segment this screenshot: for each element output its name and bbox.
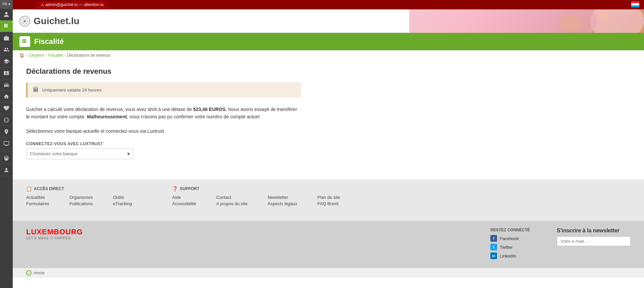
social-section: RESTEZ CONNECTÉ f Facebook t Twitter in … [490,228,530,261]
header-logo: Guichet.lu [19,16,79,26]
breadcrumb-sep-1: › [26,53,27,58]
footer-link-accessibilite[interactable]: Accessibilité [172,201,196,206]
sidebar-item-sport[interactable] [0,114,13,126]
header: Guichet.lu [13,9,644,33]
amount-text: 523,46 EUROS. [193,107,227,112]
footer-support-section: ❓ SUPPORT Aide Accessibilité Contact A p… [172,186,340,208]
sidebar-item-dossiers[interactable] [0,32,13,44]
top-bar: ⚠ admin@guichet.lu — attention.lu [0,0,644,9]
footer-link-actualites[interactable]: Actualités [26,195,49,200]
bank-select-wrapper: Choisissez votre banque BGL BNP Paribas … [26,148,133,159]
site-title: Guichet.lu [34,16,79,26]
alert-text: Uniquement valable 24 heures [42,88,101,93]
footer-support-links: Aide Accessibilité Contact A propos du s… [172,195,340,208]
body-text-1: Guichet a calculé votre déclaration de r… [26,107,193,112]
newsletter-email-input[interactable] [557,236,631,246]
footer-link-aspects-legaux[interactable]: Aspects légaux [268,201,297,206]
footer-col-6: Newsletter Aspects légaux [268,195,297,208]
top-bar-alert: ⚠ admin@guichet.lu — attention.lu [37,1,107,8]
sidebar-item-logement[interactable] [0,91,13,103]
social-title: RESTEZ CONNECTÉ [490,228,530,232]
linkedin-link[interactable]: in LinkedIn [490,252,530,259]
lux-brand-xembourg: XEMBOURG [37,228,83,236]
support-icon: ❓ [172,186,178,191]
footer-link-etracking[interactable]: eTracking [113,201,132,206]
sidebar-item-transport[interactable] [0,79,13,91]
svg-point-2 [24,20,26,22]
linkedin-icon: in [490,252,497,259]
sidebar-item-train[interactable] [0,153,13,164]
acces-direct-icon: 📋 [26,186,32,191]
breadcrumb-home-icon[interactable]: 🏠 [19,53,24,58]
luxembourg-brand: LUXEMBOURG LET'S MAKE IT HAPPEN [26,228,83,240]
footer-link-organismes[interactable]: Organismes [69,195,93,200]
main-wrapper: Guichet.lu Fiscalité 🏠 › Citoy [13,9,644,278]
twitter-link[interactable]: t Twitter [490,244,530,250]
footer-link-aide[interactable]: Aide [172,195,196,200]
sidebar-item-fiscalite[interactable] [0,20,13,32]
renow-icon: ✓ [26,270,32,276]
renow-bar: ✓ renow [13,268,644,278]
footer-link-formulaires[interactable]: Formulaires [26,201,49,206]
footer-link-contact[interactable]: Contact [216,195,248,200]
breadcrumb-sep-3: › [64,53,66,58]
lux-tagline: LET'S MAKE IT HAPPEN [26,236,83,240]
breadcrumb: 🏠 › Citoyens › Fiscalité › Déclarations … [13,50,644,60]
footer-link-newsletter[interactable]: Newsletter [268,195,297,200]
twitter-icon: t [490,244,497,250]
footer: 📋 ACCÈS DIRECT Actualités Formulaires Or… [13,179,644,221]
bold-text: Malheureusement [87,114,127,119]
alert-box: 🏛 Uniquement valable 24 heures [26,82,301,98]
footer-links-group: Actualités Formulaires Organismes Public… [26,195,132,208]
sidebar-item-personnes[interactable] [0,44,13,56]
svg-point-5 [599,11,609,21]
alert-icon: 🏛 [33,87,39,94]
facebook-label: Facebook [500,236,519,241]
footer-link-publications[interactable]: Publications [69,201,93,206]
sidebar-item-sante[interactable] [0,103,13,114]
sidebar-item-medias[interactable] [0,138,13,150]
sidebar-item-identite[interactable] [0,67,13,79]
footer-col-5: Contact A propos du site [216,195,248,208]
connect-label: CONNECTEZ-VOUS AVEC LUXTRUST [26,141,301,146]
footer-col-7: Plan du site FAQ Brexit [317,195,340,208]
page-title: Fiscalité [34,37,64,46]
footer-col-1: Actualités Formulaires [26,195,49,208]
fiscalite-icon-box [19,36,30,47]
twitter-label: Twitter [500,245,513,250]
lux-brand-name: LUXEMBOURG [26,228,83,236]
breadcrumb-citoyens[interactable]: Citoyens [29,53,44,58]
sidebar: FR ▾ [0,0,13,278]
footer-bottom: LUXEMBOURG LET'S MAKE IT HAPPEN RESTEZ C… [13,221,644,268]
bank-select[interactable]: Choisissez votre banque BGL BNP Paribas … [26,148,133,159]
body-paragraph-2: Sélectionnez votre banque actuelle et co… [26,127,301,135]
body-paragraph-1: Guichet a calculé votre déclaration de r… [26,106,301,121]
footer-support-title: ❓ SUPPORT [172,186,340,191]
breadcrumb-current: Déclarations de revenus [67,53,110,58]
footer-acces-direct-title: 📋 ACCÈS DIRECT [26,186,132,191]
footer-link-plan-site[interactable]: Plan du site [317,195,340,200]
linkedin-label: LinkedIn [500,253,516,258]
footer-link-faq-brexit[interactable]: FAQ Brexit [317,201,340,206]
lux-brand-lu: LU [26,228,37,236]
sidebar-item-user[interactable] [0,9,13,20]
breadcrumb-sep-2: › [46,53,47,58]
luxembourg-flag [631,1,641,8]
footer-col-4: Aide Accessibilité [172,195,196,208]
footer-acces-direct-section: 📋 ACCÈS DIRECT Actualités Formulaires Or… [26,186,132,208]
facebook-icon: f [490,235,497,242]
newsletter-title: S'inscrire à la newsletter [557,228,631,234]
footer-col-3: Outils eTracking [113,195,132,208]
svg-point-3 [590,9,644,33]
guichet-spinner-icon [19,16,30,26]
sidebar-item-education[interactable] [0,56,13,67]
facebook-link[interactable]: f Facebook [490,235,530,242]
footer-link-outils[interactable]: Outils [113,195,132,200]
declarations-title: Déclarations de revenus [26,67,301,76]
svg-point-6 [560,14,580,31]
language-selector[interactable]: FR ▾ [0,0,13,9]
breadcrumb-fiscalite[interactable]: Fiscalité [48,53,63,58]
sidebar-item-culture[interactable] [0,126,13,138]
footer-link-apropos[interactable]: A propos du site [216,201,248,206]
sidebar-item-profil[interactable] [0,164,13,176]
